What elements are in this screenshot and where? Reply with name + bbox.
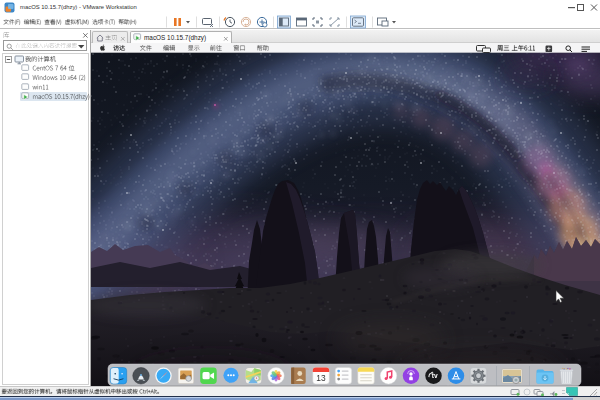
svg-text:tv: tv <box>432 372 438 379</box>
svg-text:13: 13 <box>316 373 326 383</box>
